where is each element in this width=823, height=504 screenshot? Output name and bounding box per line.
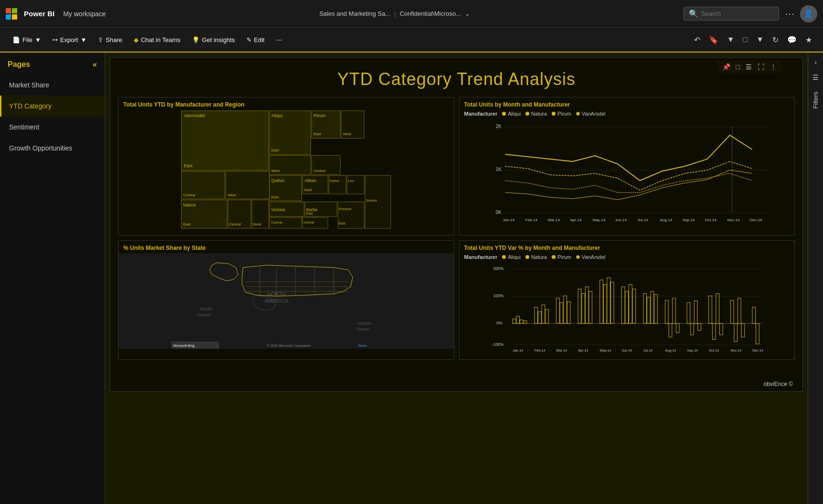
sidebar: Pages « Market Share YTD Category Sentim… xyxy=(0,53,105,504)
chevron-down-icon[interactable]: ▼ xyxy=(724,33,738,46)
svg-text:East: East xyxy=(184,163,192,168)
share-button[interactable]: ⇧ Share xyxy=(93,34,127,46)
svg-rect-112 xyxy=(599,280,603,323)
svg-rect-99 xyxy=(524,321,527,324)
avatar[interactable]: 👤 xyxy=(800,5,817,22)
svg-rect-138 xyxy=(737,298,741,323)
svg-text:Victoria: Victoria xyxy=(271,207,285,212)
svg-text:Ocean: Ocean xyxy=(357,327,370,332)
search-input[interactable] xyxy=(701,10,768,17)
svg-text:Nov-14: Nov-14 xyxy=(727,218,739,222)
sensitivity-label: Confidential\Microso... xyxy=(400,10,461,17)
chat-in-teams-button[interactable]: ◆ Chat in Teams xyxy=(129,34,185,46)
svg-rect-111 xyxy=(588,291,592,323)
svg-text:Terms: Terms xyxy=(358,344,367,347)
svg-rect-98 xyxy=(520,320,523,324)
canvas-area: 📌 □ ☰ ⛶ ⋮ YTD Category Trend Analysis To… xyxy=(105,53,808,504)
fullscreen-icon[interactable]: ⛶ xyxy=(756,62,766,72)
svg-rect-107 xyxy=(567,302,570,324)
undo-button[interactable]: ↶ xyxy=(691,33,704,47)
svg-text:Feb-14: Feb-14 xyxy=(534,349,545,353)
chevron-down-icon[interactable]: ⌄ xyxy=(465,10,470,17)
svg-rect-134 xyxy=(716,294,719,324)
svg-rect-124 xyxy=(665,300,668,323)
map-title: % Units Market Share by State xyxy=(118,241,454,253)
top-bar: Power BI My workspace Sales and Marketin… xyxy=(0,0,823,28)
ellipsis-icon: ⋯ xyxy=(276,36,282,43)
filter-icon[interactable]: ☰ xyxy=(744,62,754,72)
svg-rect-123 xyxy=(654,294,657,323)
svg-text:Dec-14: Dec-14 xyxy=(749,218,762,222)
collapse-icon[interactable]: « xyxy=(93,60,97,69)
barchart-legend: Manufacturer Aliqui Natura xyxy=(460,253,795,262)
svg-rect-119 xyxy=(632,289,636,323)
sidebar-item-market-share[interactable]: Market Share xyxy=(0,75,105,96)
chevron-right-icon[interactable]: › xyxy=(812,56,819,68)
powerbi-brand: Power BI xyxy=(24,10,54,18)
svg-rect-105 xyxy=(560,303,563,324)
file-button[interactable]: 📄 File ▼ xyxy=(8,34,46,46)
bookmark-button[interactable]: 🔖 xyxy=(705,33,722,47)
svg-text:West: West xyxy=(343,132,352,136)
svg-text:Jun-14: Jun-14 xyxy=(615,218,627,222)
get-insights-button[interactable]: 💡 Get insights xyxy=(187,34,240,46)
viz-row2: % Units Market Share by State Pacific Oc… xyxy=(110,236,802,367)
svg-text:Ocean: Ocean xyxy=(198,312,211,317)
sidebar-item-sentiment[interactable]: Sentiment xyxy=(0,117,105,138)
svg-rect-0 xyxy=(182,111,269,171)
report-name: Sales and Marketing Sa... xyxy=(319,10,390,17)
export-button[interactable]: ↦ Export ▼ xyxy=(48,34,91,46)
refresh-button[interactable]: ↻ xyxy=(769,33,782,47)
svg-rect-121 xyxy=(647,297,650,323)
bar-legend-aliqui: Aliqui xyxy=(502,254,521,260)
canvas-scroll[interactable]: 📌 □ ☰ ⛶ ⋮ YTD Category Trend Analysis To… xyxy=(105,53,808,504)
svg-text:Oct-14: Oct-14 xyxy=(705,218,716,222)
barchart-panel: Total Units YTD Var % by Month and Manuf… xyxy=(459,240,795,360)
more-button[interactable]: ⋯ xyxy=(271,34,287,46)
svg-text:© 2022 Microsoft Corporation: © 2022 Microsoft Corporation xyxy=(267,344,311,348)
svg-text:Nov-14: Nov-14 xyxy=(730,349,741,353)
favorite-button[interactable]: ★ xyxy=(802,33,815,47)
svg-rect-129 xyxy=(690,323,694,335)
svg-text:Jan-14: Jan-14 xyxy=(502,218,514,222)
svg-rect-133 xyxy=(712,323,716,339)
view-chevron-icon[interactable]: ▼ xyxy=(753,33,767,46)
more-icon[interactable]: ⋯ xyxy=(785,8,794,20)
svg-rect-120 xyxy=(643,294,646,324)
svg-text:-100%: -100% xyxy=(492,342,503,347)
more-icon[interactable]: ⋮ xyxy=(768,62,779,72)
svg-text:Pomum: Pomum xyxy=(339,207,352,211)
viz-row1: Total Units YTD by Manufacturer and Regi… xyxy=(110,97,802,236)
view-button[interactable]: □ xyxy=(739,33,751,46)
linechart-panel: Total Units by Month and Manufacturer Ma… xyxy=(459,97,795,236)
svg-text:West: West xyxy=(271,169,280,173)
pin-icon[interactable]: 📌 xyxy=(720,62,732,72)
svg-rect-130 xyxy=(694,301,697,324)
search-box[interactable]: 🔍 xyxy=(684,7,779,21)
svg-text:May-14: May-14 xyxy=(599,349,611,353)
svg-rect-101 xyxy=(538,312,541,324)
svg-text:Aug-14: Aug-14 xyxy=(665,349,676,353)
svg-text:Central: Central xyxy=(183,193,195,197)
svg-text:VanArsdel: VanArsdel xyxy=(184,113,205,118)
filter-icon[interactable]: ☰ xyxy=(811,72,821,83)
svg-text:West: West xyxy=(228,193,236,197)
svg-rect-110 xyxy=(585,287,588,323)
linechart-title: Total Units by Month and Manufacturer xyxy=(460,97,795,110)
svg-text:0K: 0K xyxy=(495,210,502,215)
search-icon: 🔍 xyxy=(689,9,698,18)
edit-button[interactable]: ✎ Edit xyxy=(242,34,269,46)
svg-rect-113 xyxy=(603,285,607,324)
comment-button[interactable]: 💬 xyxy=(784,33,800,47)
legend-vanarsdel: VanArsdel xyxy=(576,111,606,117)
svg-text:Pirum: Pirum xyxy=(313,113,325,118)
report-page-title: YTD Category Trend Analysis xyxy=(110,58,802,97)
filters-label[interactable]: Filters xyxy=(812,92,819,108)
copy-icon[interactable]: □ xyxy=(734,62,742,72)
sidebar-item-ytd-category[interactable]: YTD Category xyxy=(0,96,105,117)
sidebar-item-growth-opportunities[interactable]: Growth Opportunities xyxy=(0,138,105,159)
svg-text:Fama: Fama xyxy=(330,179,339,183)
svg-text:East: East xyxy=(306,212,313,215)
map-svg: Pacific Ocean Atlantic Ocean NORTH AMERI… xyxy=(118,253,454,349)
svg-text:2K: 2K xyxy=(495,124,502,129)
